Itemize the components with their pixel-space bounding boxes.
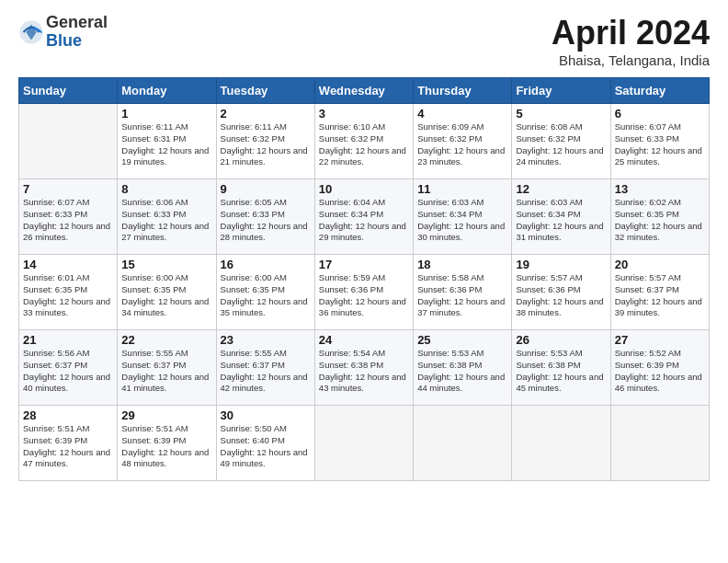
day-number: 3 xyxy=(319,107,409,121)
day-number: 24 xyxy=(319,333,409,347)
day-cell: 9 Sunrise: 6:05 AMSunset: 6:33 PMDayligh… xyxy=(216,179,314,255)
day-number: 13 xyxy=(615,182,705,196)
day-number: 16 xyxy=(221,258,311,271)
day-number: 2 xyxy=(221,107,311,121)
day-info: Sunrise: 6:04 AMSunset: 6:34 PMDaylight:… xyxy=(319,197,406,242)
month-title: April 2024 xyxy=(552,14,710,52)
col-friday: Friday xyxy=(512,78,610,104)
day-cell: 26 Sunrise: 5:53 AMSunset: 6:38 PMDaylig… xyxy=(512,330,610,406)
day-info: Sunrise: 5:56 AMSunset: 6:37 PMDaylight:… xyxy=(23,348,110,393)
day-info: Sunrise: 5:57 AMSunset: 6:37 PMDaylight:… xyxy=(615,272,702,317)
day-cell: 29 Sunrise: 5:51 AMSunset: 6:39 PMDaylig… xyxy=(118,406,216,481)
day-info: Sunrise: 5:58 AMSunset: 6:36 PMDaylight:… xyxy=(417,272,505,317)
day-number: 20 xyxy=(615,258,705,271)
day-info: Sunrise: 6:07 AMSunset: 6:33 PMDaylight:… xyxy=(615,121,702,167)
day-number: 15 xyxy=(121,258,211,271)
header-row: Sunday Monday Tuesday Wednesday Thursday… xyxy=(19,78,710,104)
page-container: General Blue April 2024 Bhaisa, Telangan… xyxy=(0,0,728,490)
day-info: Sunrise: 6:05 AMSunset: 6:33 PMDaylight:… xyxy=(221,197,308,242)
location: Bhaisa, Telangana, India xyxy=(552,52,710,68)
day-cell: 11 Sunrise: 6:03 AMSunset: 6:34 PMDaylig… xyxy=(414,179,512,255)
col-thursday: Thursday xyxy=(414,78,512,104)
day-cell xyxy=(414,406,512,481)
col-sunday: Sunday xyxy=(19,78,118,104)
day-info: Sunrise: 6:07 AMSunset: 6:33 PMDaylight:… xyxy=(23,197,110,242)
day-info: Sunrise: 6:02 AMSunset: 6:35 PMDaylight:… xyxy=(615,197,702,242)
day-info: Sunrise: 5:53 AMSunset: 6:38 PMDaylight:… xyxy=(417,348,505,393)
day-number: 14 xyxy=(23,258,113,271)
day-number: 6 xyxy=(615,107,705,121)
day-cell: 7 Sunrise: 6:07 AMSunset: 6:33 PMDayligh… xyxy=(19,179,118,255)
day-number: 29 xyxy=(121,408,211,422)
day-info: Sunrise: 6:03 AMSunset: 6:34 PMDaylight:… xyxy=(417,197,505,242)
title-block: April 2024 Bhaisa, Telangana, India xyxy=(552,14,710,68)
day-info: Sunrise: 5:50 AMSunset: 6:40 PMDaylight:… xyxy=(221,423,308,468)
day-info: Sunrise: 5:57 AMSunset: 6:36 PMDaylight:… xyxy=(516,272,603,317)
day-number: 1 xyxy=(121,107,211,121)
day-info: Sunrise: 5:52 AMSunset: 6:39 PMDaylight:… xyxy=(615,348,702,393)
day-cell: 27 Sunrise: 5:52 AMSunset: 6:39 PMDaylig… xyxy=(610,330,709,406)
logo-text: General Blue xyxy=(46,14,108,51)
calendar-table: Sunday Monday Tuesday Wednesday Thursday… xyxy=(18,77,710,481)
day-cell: 12 Sunrise: 6:03 AMSunset: 6:34 PMDaylig… xyxy=(512,179,610,255)
week-row-1: 1 Sunrise: 6:11 AMSunset: 6:31 PMDayligh… xyxy=(19,104,710,179)
day-info: Sunrise: 6:08 AMSunset: 6:32 PMDaylight:… xyxy=(516,121,603,167)
day-cell: 10 Sunrise: 6:04 AMSunset: 6:34 PMDaylig… xyxy=(314,179,413,255)
day-info: Sunrise: 5:51 AMSunset: 6:39 PMDaylight:… xyxy=(121,423,209,468)
day-info: Sunrise: 6:03 AMSunset: 6:34 PMDaylight:… xyxy=(516,197,603,242)
day-cell: 20 Sunrise: 5:57 AMSunset: 6:37 PMDaylig… xyxy=(610,255,709,330)
day-number: 21 xyxy=(23,333,113,347)
day-cell: 14 Sunrise: 6:01 AMSunset: 6:35 PMDaylig… xyxy=(19,255,118,330)
day-info: Sunrise: 5:54 AMSunset: 6:38 PMDaylight:… xyxy=(319,348,406,393)
logo: General Blue xyxy=(18,14,108,51)
day-number: 8 xyxy=(121,182,211,196)
day-info: Sunrise: 6:11 AMSunset: 6:32 PMDaylight:… xyxy=(221,121,308,167)
day-number: 25 xyxy=(417,333,507,347)
day-number: 26 xyxy=(516,333,606,347)
week-row-2: 7 Sunrise: 6:07 AMSunset: 6:33 PMDayligh… xyxy=(19,179,710,255)
day-info: Sunrise: 6:10 AMSunset: 6:32 PMDaylight:… xyxy=(319,121,406,167)
day-number: 28 xyxy=(23,408,113,422)
day-number: 10 xyxy=(319,182,409,196)
week-row-5: 28 Sunrise: 5:51 AMSunset: 6:39 PMDaylig… xyxy=(19,406,710,481)
day-info: Sunrise: 6:09 AMSunset: 6:32 PMDaylight:… xyxy=(417,121,505,167)
day-info: Sunrise: 5:55 AMSunset: 6:37 PMDaylight:… xyxy=(221,348,308,393)
day-cell: 24 Sunrise: 5:54 AMSunset: 6:38 PMDaylig… xyxy=(314,330,413,406)
day-info: Sunrise: 6:06 AMSunset: 6:33 PMDaylight:… xyxy=(121,197,209,242)
day-number: 18 xyxy=(417,258,507,271)
day-cell xyxy=(314,406,413,481)
day-number: 9 xyxy=(221,182,311,196)
day-number: 19 xyxy=(516,258,606,271)
day-cell: 2 Sunrise: 6:11 AMSunset: 6:32 PMDayligh… xyxy=(216,104,314,179)
day-cell: 21 Sunrise: 5:56 AMSunset: 6:37 PMDaylig… xyxy=(19,330,118,406)
week-row-3: 14 Sunrise: 6:01 AMSunset: 6:35 PMDaylig… xyxy=(19,255,710,330)
day-number: 27 xyxy=(615,333,705,347)
day-cell: 15 Sunrise: 6:00 AMSunset: 6:35 PMDaylig… xyxy=(118,255,216,330)
day-info: Sunrise: 5:59 AMSunset: 6:36 PMDaylight:… xyxy=(319,272,406,317)
day-cell: 17 Sunrise: 5:59 AMSunset: 6:36 PMDaylig… xyxy=(314,255,413,330)
day-cell xyxy=(610,406,709,481)
day-cell: 6 Sunrise: 6:07 AMSunset: 6:33 PMDayligh… xyxy=(610,104,709,179)
col-wednesday: Wednesday xyxy=(314,78,413,104)
day-cell: 1 Sunrise: 6:11 AMSunset: 6:31 PMDayligh… xyxy=(118,104,216,179)
logo-icon xyxy=(18,19,44,45)
week-row-4: 21 Sunrise: 5:56 AMSunset: 6:37 PMDaylig… xyxy=(19,330,710,406)
day-info: Sunrise: 6:00 AMSunset: 6:35 PMDaylight:… xyxy=(221,272,308,317)
day-cell: 23 Sunrise: 5:55 AMSunset: 6:37 PMDaylig… xyxy=(216,330,314,406)
logo-blue: Blue xyxy=(46,31,82,50)
day-cell: 4 Sunrise: 6:09 AMSunset: 6:32 PMDayligh… xyxy=(414,104,512,179)
day-number: 22 xyxy=(121,333,211,347)
day-number: 7 xyxy=(23,182,113,196)
day-cell: 22 Sunrise: 5:55 AMSunset: 6:37 PMDaylig… xyxy=(118,330,216,406)
day-cell xyxy=(512,406,610,481)
day-number: 12 xyxy=(516,182,606,196)
day-info: Sunrise: 5:51 AMSunset: 6:39 PMDaylight:… xyxy=(23,423,110,468)
day-number: 5 xyxy=(516,107,606,121)
day-info: Sunrise: 5:53 AMSunset: 6:38 PMDaylight:… xyxy=(516,348,603,393)
day-number: 17 xyxy=(319,258,409,271)
day-cell xyxy=(19,104,118,179)
day-cell: 16 Sunrise: 6:00 AMSunset: 6:35 PMDaylig… xyxy=(216,255,314,330)
day-number: 4 xyxy=(417,107,507,121)
day-cell: 28 Sunrise: 5:51 AMSunset: 6:39 PMDaylig… xyxy=(19,406,118,481)
day-cell: 30 Sunrise: 5:50 AMSunset: 6:40 PMDaylig… xyxy=(216,406,314,481)
